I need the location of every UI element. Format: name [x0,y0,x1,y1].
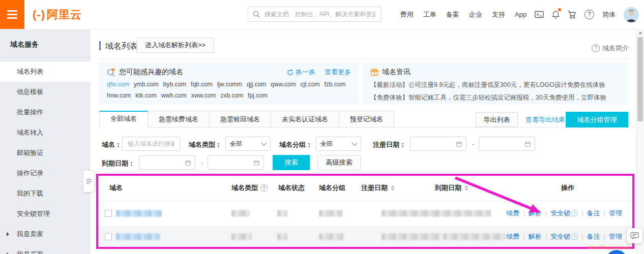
row-action-link[interactable]: 解析 [519,232,541,241]
suggested-domains-row-2: hnw.comktk.comwwh.comxww.comzxb.comfpj.c… [107,92,351,99]
row-action-link[interactable]: 安全锁 [542,209,578,218]
row-action-link[interactable]: 备注 [578,209,600,218]
type-select[interactable]: 全部 [225,137,271,151]
cart-icon[interactable] [568,11,576,19]
row-checkbox[interactable] [105,233,112,240]
suggested-domain-link[interactable]: ymb.com [134,81,159,88]
global-search[interactable] [248,7,382,22]
domain-filter-tab[interactable]: 预登记域名 [339,111,394,128]
top-nav-item[interactable]: 备案 [446,10,459,19]
suggested-domain-link[interactable]: ljw.comm [217,81,242,88]
group-select[interactable]: 全部 [316,137,361,151]
sidebar-item[interactable]: 安全锁管理 [0,204,91,224]
reg-date-to-field[interactable] [479,137,535,151]
suggested-domain-link[interactable]: qjj.com [247,81,266,88]
exp-date-to-input[interactable] [212,158,254,167]
exp-date-from-field[interactable] [139,155,195,170]
domain-intro-link[interactable]: 域名简介 [592,44,629,53]
question-circle-icon [592,44,600,52]
hamburger-menu-icon[interactable] [0,0,24,29]
sidebar-title: 域名服务 [0,29,91,57]
col-header-status: 域名状态 [278,176,305,200]
console-terminal-icon[interactable] [535,11,544,18]
reg-date-from-input[interactable] [415,140,456,148]
domain-filter-tab[interactable]: 全部域名 [99,111,148,128]
scrollbar-thumb[interactable] [637,37,643,121]
suggested-domain-link[interactable]: zxb.com [220,92,243,99]
top-nav-item[interactable]: 工单 [423,10,436,19]
sidebar-item[interactable]: 信息模板 [0,82,91,102]
sidebar-item[interactable]: 我是卖家 [0,224,91,244]
sort-icon[interactable] [391,185,395,190]
row-action-link[interactable]: 续费 [506,209,519,218]
view-more-link[interactable]: 查看更多 [325,68,351,77]
export-list-button[interactable]: 导出列表 [476,112,518,127]
row-checkbox[interactable] [105,210,112,217]
exp-date-to-field[interactable] [208,155,264,170]
reg-date-to-input[interactable] [483,140,525,148]
sidebar-menu: 域名列表 信息模板 批量操作 域名转入 邮箱验证 [0,61,91,254]
gift-icon [370,68,378,76]
feedback-chat-button[interactable] [627,228,642,243]
row-action-link[interactable]: 备注 [578,232,600,241]
scrollbar[interactable] [636,29,644,254]
logo-text: 阿里云 [47,8,82,21]
sidebar-item[interactable]: 邮箱验证 [0,143,91,163]
language-switcher[interactable]: 简体 [602,10,616,19]
suggested-domain-link[interactable]: hnw.com [107,92,131,99]
suggested-domain-link[interactable]: wwh.com [161,92,187,99]
suggested-domain-link[interactable]: fpj.com [248,92,268,99]
suggested-domain-link[interactable]: qww.com [271,81,296,88]
top-nav-item[interactable]: 企业 [469,10,482,19]
top-nav-item[interactable]: 支持 [492,10,505,19]
top-nav-item[interactable]: App [515,11,526,18]
view-export-result-link[interactable]: 查看导出结果 [525,115,565,124]
scrollbar-up-arrow[interactable] [636,29,644,37]
suggested-domain-link[interactable]: fzb.com [324,81,345,88]
sidebar-item[interactable]: 域名转入 [0,122,91,143]
domain-search-field[interactable] [122,137,180,151]
domain-filter-label: 域名： [102,140,122,149]
sidebar-item[interactable]: 操作记录 [0,163,91,183]
notifications-bell-icon[interactable] [552,10,560,19]
aliyun-logo[interactable]: (-)阿里云 [33,7,82,22]
suggested-domain-link[interactable]: byb.com [163,81,186,88]
row-action-link[interactable]: 安全锁 [542,232,578,241]
search-button[interactable]: 搜索 [273,155,310,170]
domain-filter-tab[interactable]: 未实名认证域名 [271,111,339,128]
suggested-domain-link[interactable]: qfw.com [107,81,129,88]
suggested-domain-link[interactable]: cjt.com [300,81,319,88]
row-action-link[interactable]: 解析 [519,209,541,218]
row-action-link[interactable]: 续费 [506,232,519,241]
help-icon[interactable] [584,10,594,19]
news-line[interactable]: 【免费体验】智能记账工具，仅需三步轻松搞定记账报税，30天免费使用，立即体验 [370,93,621,102]
refresh-domains-link[interactable]: 换一换 [287,68,315,77]
sidebar-item[interactable]: 我的下载 [0,183,91,204]
date-range-dash: - [201,159,203,167]
domain-group-manage-button[interactable]: 域名分组管理 [566,112,628,128]
row-action-link[interactable]: 管理 [600,232,622,241]
help-icon[interactable] [260,184,268,192]
sort-icon[interactable] [464,185,469,190]
sidebar-item[interactable]: 我是买家 [0,244,91,254]
domain-filter-tab[interactable]: 急需续费域名 [148,111,210,128]
suggested-domain-link[interactable]: fqb.com [191,81,213,88]
reg-date-from-field[interactable] [410,137,466,151]
suggested-domain-link[interactable]: xww.com [191,92,216,99]
top-nav-item[interactable]: 费用 [400,10,414,19]
search-input[interactable] [264,10,376,18]
sidebar-item[interactable]: 批量操作 [0,102,91,122]
sidebar-item-label: 批量操作 [17,108,43,116]
sidebar-collapse-handle[interactable] [83,171,95,192]
news-line[interactable]: 【最新活动】公司注册9.9元起，商标注册低至300元，更有LOGO设计免费在线体… [370,81,621,89]
suggested-domain-link[interactable]: ktk.com [135,92,156,99]
domain-search-input[interactable] [127,140,175,148]
floating-action-button[interactable] [606,250,627,254]
sidebar-item[interactable]: 域名列表 [0,61,91,82]
exp-date-from-input[interactable] [143,158,185,167]
row-action-link[interactable]: 管理 [600,209,622,218]
advanced-search-button[interactable]: 高级搜索 [317,155,361,170]
dns-list-button[interactable]: 进入域名解析列表>> [136,38,214,53]
domain-filter-tab[interactable]: 急需赎回域名 [209,111,271,128]
avatar[interactable] [624,7,639,22]
